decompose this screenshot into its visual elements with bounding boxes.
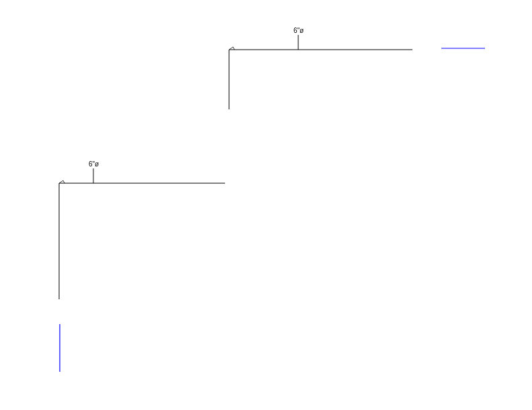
svg-line-0 — [229, 47, 233, 50]
lower-pipe-label: 6"ø — [89, 160, 99, 168]
svg-line-3 — [63, 181, 64, 183]
upper-corner-mark-icon — [229, 47, 234, 50]
svg-line-1 — [233, 47, 234, 50]
upper-pipe-segment — [229, 35, 412, 109]
lower-corner-mark-icon — [59, 181, 64, 183]
lower-pipe-segment — [59, 168, 225, 299]
upper-pipe-label: 6"ø — [294, 27, 304, 34]
svg-line-2 — [59, 181, 63, 183]
pipe-diagram-canvas — [0, 0, 532, 410]
